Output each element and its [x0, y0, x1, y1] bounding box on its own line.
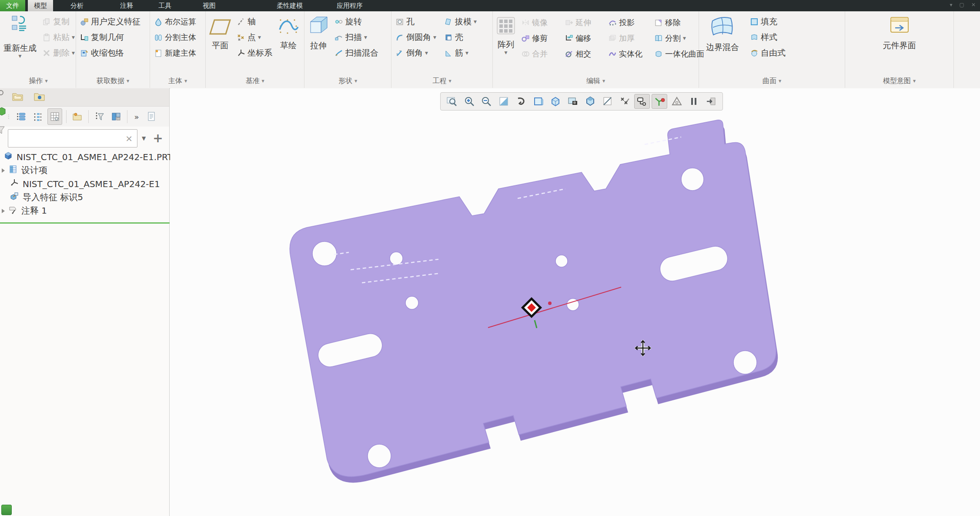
project-icon [608, 18, 617, 27]
hole-button[interactable]: 孔 [393, 14, 438, 30]
mirror-button[interactable]: 镜像 [519, 15, 562, 30]
folder-browser-icon[interactable] [33, 91, 46, 104]
sweep-button[interactable]: 扫描 ▼ [332, 30, 381, 45]
boolean-operations-button[interactable]: 布尔运算 [152, 14, 198, 30]
group-label-editing[interactable]: 编辑▼ [493, 76, 699, 86]
dropdown-arrow-icon: ▼ [474, 20, 477, 24]
model-tree-folder-icon[interactable] [11, 91, 26, 104]
tab-view[interactable]: 视图 [197, 0, 222, 11]
paste-button[interactable]: 粘贴 ▼ [40, 30, 77, 45]
part-body[interactable] [290, 120, 776, 477]
chamfer-button[interactable]: 倒角 ▼ [393, 45, 438, 61]
minimize-icon[interactable]: ▾ [950, 2, 953, 8]
coordinate-system-button[interactable]: 坐标系 [234, 45, 274, 61]
tree-item-import-feature[interactable]: 导入特征 标识5 [0, 191, 169, 204]
expand-arrow-icon[interactable] [2, 209, 5, 213]
detail-view-icon[interactable] [31, 109, 45, 124]
component-interface-button[interactable]: 元件界面 [880, 14, 919, 51]
tab-applications[interactable]: 应用程序 [331, 0, 369, 11]
swept-blend-button[interactable]: 扫描混合 [332, 45, 381, 61]
round-button[interactable]: 倒圆角 ▼ [393, 30, 438, 45]
tree-search-box[interactable]: × [8, 129, 137, 147]
extend-button[interactable]: 延伸 [562, 15, 606, 30]
sketch-button[interactable]: 草绘 [274, 14, 302, 51]
group-label-engineering[interactable]: 工程▼ [391, 76, 492, 86]
report-icon[interactable] [144, 109, 158, 124]
ribbon: 重新生成 ▼ 复制 粘贴 ▼ 删除 [0, 11, 980, 89]
filter-icon[interactable] [93, 109, 107, 124]
revolve-button[interactable]: 旋转 [332, 14, 381, 30]
regenerate-button[interactable]: 重新生成 ▼ [1, 14, 39, 58]
thicken-button[interactable]: 加厚 [606, 30, 652, 46]
extrude-button[interactable]: 拉伸 [304, 14, 332, 51]
add-filter-icon[interactable]: + [153, 134, 163, 143]
point-button[interactable]: 点 ▼ [234, 30, 274, 45]
shell-button[interactable]: 壳 [442, 30, 479, 45]
intersect-button[interactable]: 相交 [562, 46, 606, 62]
model-tree: NIST_CTC_01_ASME1_AP242-E1.PRT 设计项 NIST_… [0, 150, 169, 218]
draft-button[interactable]: 拔模 ▼ [442, 14, 479, 30]
centerline-endpoint [548, 302, 552, 305]
group-label-model-intent[interactable]: 模型意图▼ [845, 76, 953, 86]
shrinkwrap-button[interactable]: 收缩包络 [78, 45, 143, 61]
folder-options-icon[interactable] [70, 109, 84, 124]
udf-button[interactable]: 用户定义特征 [78, 14, 143, 30]
graphics-area[interactable] [170, 88, 980, 516]
more-icon[interactable]: » [131, 109, 142, 124]
tree-settings-icon[interactable] [109, 109, 123, 124]
list-view-icon[interactable] [14, 109, 28, 124]
swept-blend-icon [334, 49, 343, 57]
part-viewport [170, 88, 980, 516]
freestyle-button[interactable]: 自由式 [748, 45, 788, 61]
clear-icon[interactable]: × [121, 133, 137, 144]
divider [127, 110, 127, 123]
merge-button[interactable]: 合并 [519, 46, 562, 62]
tab-annotate[interactable]: 注释 [114, 0, 139, 11]
copy-geometry-button[interactable]: 复制几何 [78, 30, 143, 45]
new-body-button[interactable]: 新建主体 [152, 45, 198, 61]
restore-icon[interactable]: ▢ [960, 2, 964, 8]
tree-item-design-items[interactable]: 设计项 [0, 164, 169, 177]
tree-selection-highlight [0, 222, 170, 224]
status-green-icon[interactable] [1, 505, 12, 515]
tab-model[interactable]: 模型 [28, 0, 53, 11]
group-label-operations[interactable]: 操作▼ [1, 76, 76, 86]
group-label-datum[interactable]: 基准▼ [206, 76, 304, 86]
boundary-blend-button[interactable]: 边界混合 [703, 14, 742, 53]
pattern-button[interactable]: 阵列 ▼ [493, 14, 519, 55]
round-icon [395, 33, 404, 42]
offset-button[interactable]: 偏移 [562, 30, 606, 46]
draft-icon [444, 17, 453, 26]
group-label-shapes[interactable]: 形状▼ [304, 76, 391, 86]
tab-analysis[interactable]: 分析 [64, 0, 90, 11]
group-label-body[interactable]: 主体▼ [150, 76, 205, 86]
group-label-get-data[interactable]: 获取数据▼ [76, 76, 150, 86]
coordinate-system-icon [10, 178, 19, 190]
tree-search-input[interactable] [8, 130, 121, 147]
tree-root-item[interactable]: NIST_CTC_01_ASME1_AP242-E1.PRT [0, 150, 169, 164]
solidify-button[interactable]: 实体化 [606, 46, 652, 62]
window-controls[interactable]: ▾ ▢ ✕ [950, 2, 976, 8]
close-icon[interactable]: ✕ [971, 2, 976, 8]
split-body-button[interactable]: 分割主体 [152, 30, 198, 45]
dropdown-arrow-icon: ▼ [425, 51, 428, 55]
tree-item-csys[interactable]: NIST_CTC_01_ASME1_AP242-E1 [0, 177, 169, 191]
tab-flexible-modeling[interactable]: 柔性建模 [271, 0, 309, 11]
rib-button[interactable]: 筋 ▼ [442, 45, 479, 61]
style-button[interactable]: 样式 [748, 30, 788, 45]
expand-arrow-icon[interactable] [2, 168, 5, 173]
copy-button[interactable]: 复制 [40, 14, 77, 30]
search-dropdown-icon[interactable]: ▼ [142, 135, 146, 141]
trim-button[interactable]: 修剪 [519, 30, 562, 46]
axis-button[interactable]: 轴 [234, 14, 274, 30]
tab-file[interactable]: 文件 [0, 0, 25, 11]
plane-button[interactable]: 平面 [206, 14, 234, 51]
project-button[interactable]: 投影 [606, 15, 652, 30]
tree-item-annotation[interactable]: 注释 1 [0, 204, 169, 218]
fill-button[interactable]: 填充 [748, 14, 788, 30]
component-interface-icon [887, 15, 912, 38]
delete-button[interactable]: 删除 ▼ [40, 45, 77, 61]
tab-tools[interactable]: 工具 [152, 0, 177, 11]
group-label-surfaces[interactable]: 曲面▼ [699, 76, 845, 86]
tree-columns-icon[interactable] [47, 108, 62, 125]
